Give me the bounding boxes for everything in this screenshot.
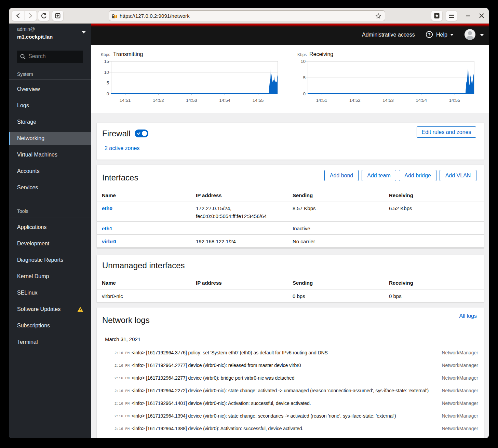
svg-text:?: ?: [428, 32, 431, 37]
